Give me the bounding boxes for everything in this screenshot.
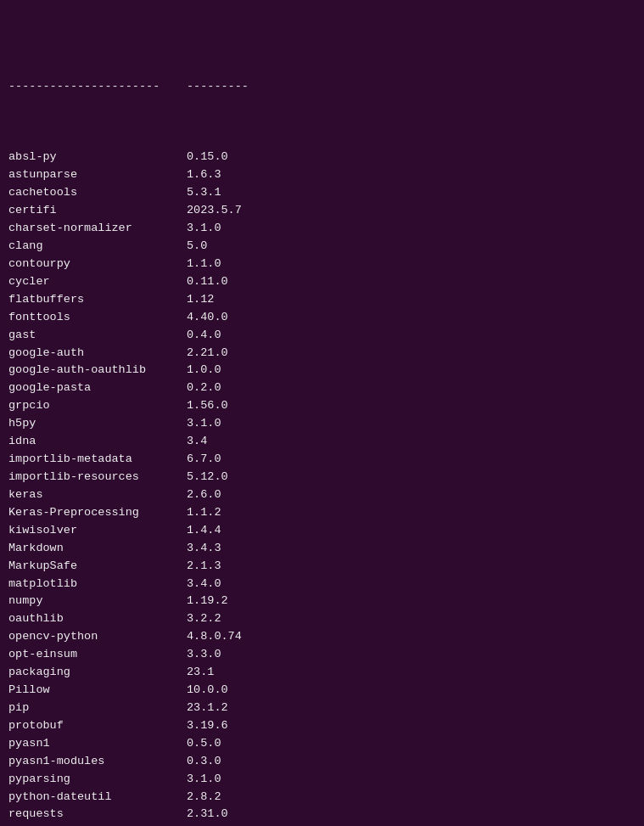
pkg-name: requests [8, 806, 187, 823]
table-row: importlib-resources5.12.0 [8, 469, 636, 486]
pkg-version: 2.21.0 [187, 345, 228, 362]
pkg-name: google-auth-oauthlib [8, 362, 187, 379]
pkg-version: 0.15.0 [187, 149, 228, 166]
table-row: absl-py0.15.0 [8, 149, 636, 166]
table-row: keras2.6.0 [8, 486, 636, 504]
pkg-version: 1.12 [187, 291, 214, 309]
pkg-name: google-pasta [8, 379, 187, 397]
pkg-name: protobuf [8, 717, 187, 735]
pkg-name: cycler [8, 273, 187, 291]
pkg-version: 4.8.0.74 [187, 628, 242, 646]
table-row: pip23.1.2 [8, 700, 636, 717]
pkg-name: Keras-Preprocessing [8, 504, 187, 522]
table-row: opencv-python4.8.0.74 [8, 628, 636, 646]
pkg-name: flatbuffers [8, 291, 187, 309]
pkg-name: fonttools [8, 309, 187, 327]
pkg-version: 23.1 [187, 664, 214, 682]
pkg-version: 2.6.0 [187, 486, 221, 504]
table-row: cachetools5.3.1 [8, 184, 636, 202]
pkg-version: 2.31.0 [187, 806, 228, 823]
pkg-version: 2.1.3 [187, 558, 221, 576]
pkg-name: google-auth [8, 345, 187, 362]
pkg-version: 3.1.0 [187, 415, 221, 433]
pkg-version: 5.0 [187, 238, 207, 256]
table-row: google-pasta0.2.0 [8, 379, 636, 397]
table-row: Keras-Preprocessing1.1.2 [8, 504, 636, 522]
table-row: certifi2023.5.7 [8, 202, 636, 220]
sep-name-col: ---------------------- [8, 78, 187, 96]
pkg-version: 1.0.0 [187, 362, 221, 379]
table-row: protobuf3.19.6 [8, 717, 636, 735]
table-row: pyparsing3.1.0 [8, 771, 636, 789]
pkg-name: kiwisolver [8, 522, 187, 540]
pkg-name: h5py [8, 415, 187, 433]
pkg-name: opt-einsum [8, 646, 187, 664]
pkg-name: gast [8, 327, 187, 345]
table-row: pyasn10.5.0 [8, 735, 636, 753]
pkg-name: oauthlib [8, 610, 187, 628]
pkg-version: 3.4.0 [187, 576, 221, 593]
pkg-name: certifi [8, 202, 187, 220]
pkg-version: 1.6.3 [187, 166, 221, 184]
pkg-version: 10.0.0 [187, 682, 228, 700]
table-row: h5py3.1.0 [8, 415, 636, 433]
table-row: idna3.4 [8, 433, 636, 451]
pkg-version: 5.12.0 [187, 469, 228, 486]
pkg-name: cachetools [8, 184, 187, 202]
table-row: kiwisolver1.4.4 [8, 522, 636, 540]
table-row: google-auth2.21.0 [8, 345, 636, 362]
sep-ver-col: --------- [187, 78, 249, 96]
pkg-name: packaging [8, 664, 187, 682]
pkg-version: 1.56.0 [187, 397, 228, 415]
pkg-version: 23.1.2 [187, 700, 228, 717]
pkg-name: opencv-python [8, 628, 187, 646]
pkg-version: 1.4.4 [187, 522, 221, 540]
pkg-name: clang [8, 238, 187, 256]
pkg-version: 0.2.0 [187, 379, 221, 397]
pkg-name: pip [8, 700, 187, 717]
pkg-name: idna [8, 433, 187, 451]
pkg-version: 1.1.2 [187, 504, 221, 522]
pkg-name: pyparsing [8, 771, 187, 789]
table-row: requests2.31.0 [8, 806, 636, 823]
table-row: cycler0.11.0 [8, 273, 636, 291]
pkg-name: Pillow [8, 682, 187, 700]
pkg-name: keras [8, 486, 187, 504]
pkg-version: 6.7.0 [187, 451, 221, 469]
table-row: pyasn1-modules0.3.0 [8, 753, 636, 771]
pkg-name: charset-normalizer [8, 220, 187, 238]
pkg-version: 0.5.0 [187, 735, 221, 753]
table-row: grpcio1.56.0 [8, 397, 636, 415]
table-separator: ---------------------- --------- [8, 78, 636, 96]
pkg-name: numpy [8, 593, 187, 610]
pkg-name: importlib-metadata [8, 451, 187, 469]
pkg-version: 3.1.0 [187, 771, 221, 789]
table-row: MarkupSafe2.1.3 [8, 558, 636, 576]
table-row: matplotlib3.4.0 [8, 576, 636, 593]
table-row: flatbuffers1.12 [8, 291, 636, 309]
pkg-version: 2.8.2 [187, 789, 221, 806]
table-row: packaging23.1 [8, 664, 636, 682]
pkg-version: 4.40.0 [187, 309, 228, 327]
pkg-version: 3.19.6 [187, 717, 228, 735]
table-row: numpy1.19.2 [8, 593, 636, 610]
pkg-name: matplotlib [8, 576, 187, 593]
pkg-version: 3.4.3 [187, 540, 221, 558]
table-row: astunparse1.6.3 [8, 166, 636, 184]
table-row: python-dateutil2.8.2 [8, 789, 636, 806]
pkg-version: 1.19.2 [187, 593, 228, 610]
pkg-name: absl-py [8, 149, 187, 166]
pkg-version: 2023.5.7 [187, 202, 242, 220]
package-table: ---------------------- --------- absl-py… [8, 42, 636, 826]
table-row: Pillow10.0.0 [8, 682, 636, 700]
table-row: importlib-metadata6.7.0 [8, 451, 636, 469]
pkg-version: 0.4.0 [187, 327, 221, 345]
table-row: clang5.0 [8, 238, 636, 256]
table-row: google-auth-oauthlib1.0.0 [8, 362, 636, 379]
table-row: gast0.4.0 [8, 327, 636, 345]
pkg-version: 5.3.1 [187, 184, 221, 202]
table-row: opt-einsum3.3.0 [8, 646, 636, 664]
pkg-name: python-dateutil [8, 789, 187, 806]
table-row: contourpy1.1.0 [8, 256, 636, 273]
table-row: charset-normalizer3.1.0 [8, 220, 636, 238]
